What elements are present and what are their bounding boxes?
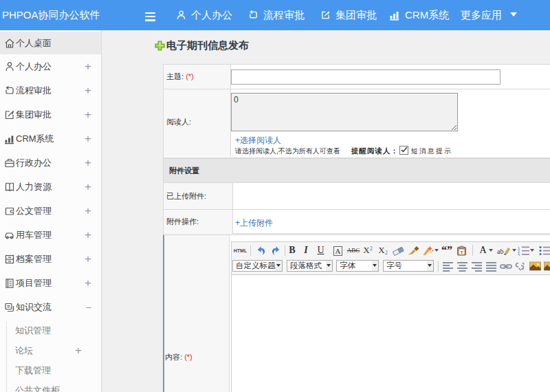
svg-text:T: T	[460, 250, 463, 255]
svg-text:3: 3	[518, 253, 520, 256]
svg-text:ab: ab	[497, 248, 503, 255]
